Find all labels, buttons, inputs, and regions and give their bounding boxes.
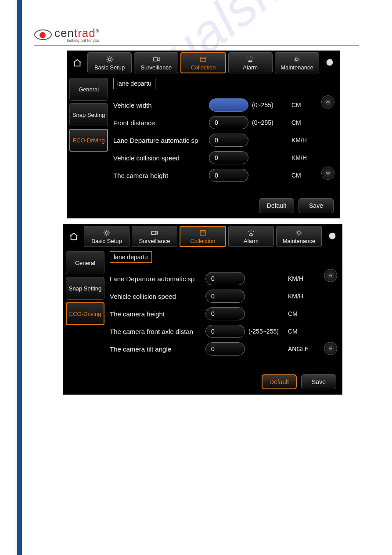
camera-icon: [152, 55, 161, 63]
sidebar-item-general[interactable]: General: [69, 78, 108, 101]
default-button[interactable]: Default: [259, 198, 294, 213]
svg-rect-2: [201, 57, 206, 62]
camera-front-axle-input[interactable]: 0: [205, 325, 245, 338]
svg-rect-4: [248, 61, 252, 62]
alarm-icon: [247, 229, 255, 237]
tab-basic-setup[interactable]: Basic Setup: [84, 226, 129, 247]
sidebar-item-label: Snap Setting: [69, 285, 101, 292]
camera-height-input[interactable]: 0: [209, 169, 248, 182]
sidebar-item-general[interactable]: General: [66, 251, 104, 274]
page-stripe: [17, 0, 22, 555]
home-button[interactable]: [69, 52, 85, 73]
tab-label: Surveillance: [139, 238, 170, 244]
home-icon: [72, 58, 83, 68]
tab-surveillance[interactable]: Surveillance: [134, 52, 178, 73]
main-panel: lane departu Lane Departure automatic sp…: [107, 249, 342, 373]
tab-alarm[interactable]: Alarm: [228, 226, 274, 247]
gear-icon: [102, 229, 111, 237]
save-button[interactable]: Save: [301, 374, 336, 389]
row-camera-height: The camera height 0 CM: [110, 305, 337, 323]
vehicle-collision-speed-input[interactable]: 0: [209, 151, 248, 164]
tab-surveillance[interactable]: Surveillance: [132, 226, 177, 247]
alarm-icon: [246, 55, 255, 63]
field-unit: CM: [291, 172, 313, 179]
tab-label: Maintenance: [283, 238, 315, 244]
row-front-distance: Front distance 0 (0~255) CM: [113, 114, 334, 131]
sidebar: General Snap Setting ECO-Driving: [63, 249, 107, 373]
field-unit: KM/H: [291, 154, 313, 161]
back-icon: [324, 58, 335, 68]
sidebar-item-snap-setting[interactable]: Snap Setting: [66, 277, 104, 300]
field-unit: ANGLE: [288, 345, 310, 352]
svg-point-5: [295, 58, 298, 61]
save-button[interactable]: Save: [298, 198, 334, 213]
gear-icon: [105, 55, 114, 63]
camera-height-input[interactable]: 0: [205, 307, 245, 320]
sidebar-item-label: ECO-Driving: [73, 137, 105, 144]
field-label: Front distance: [113, 119, 205, 127]
sidebar-item-snap-setting[interactable]: Snap Setting: [69, 103, 108, 126]
svg-point-7: [105, 232, 108, 234]
tab-maintenance[interactable]: Maintenance: [275, 52, 319, 73]
device-screenshot-1: Basic Setup Surveillance Collection Alar…: [67, 51, 340, 218]
field-unit: CM: [288, 328, 310, 335]
sidebar-item-eco-driving[interactable]: ECO-Driving: [69, 129, 108, 152]
row-lane-departure-speed: Lane Departure automatic sp 0 KM/H: [110, 270, 337, 287]
logo-pre: cen: [54, 26, 74, 40]
field-unit: KM/H: [291, 137, 313, 144]
camera-tilt-angle-input[interactable]: 0: [205, 342, 245, 355]
form-rows: Lane Departure automatic sp 0 KM/H Vehic…: [110, 270, 337, 358]
tab-label: Maintenance: [281, 64, 313, 71]
field-range: (-255~255): [248, 328, 284, 335]
subtab-lane-departure[interactable]: lane departu: [110, 251, 152, 263]
tab-collection[interactable]: Collection: [180, 52, 226, 73]
vehicle-width-input[interactable]: [209, 98, 248, 112]
collection-icon: [199, 55, 208, 63]
field-label: Lane Departure automatic sp: [113, 137, 205, 144]
field-unit: CM: [291, 119, 313, 126]
tab-basic-setup[interactable]: Basic Setup: [87, 52, 132, 73]
row-vehicle-width: Vehicle width (0~255) CM: [113, 96, 334, 114]
row-camera-height: The camera height 0 CM: [113, 167, 334, 184]
subtab-lane-departure[interactable]: lane departu: [113, 78, 155, 89]
logo-header: centrad® looking out for you: [34, 26, 359, 46]
vehicle-collision-speed-input[interactable]: 0: [205, 290, 245, 303]
field-label: Vehicle collision speed: [113, 154, 205, 162]
svg-point-0: [108, 58, 111, 61]
sidebar-item-eco-driving[interactable]: ECO-Driving: [66, 302, 104, 325]
tab-label: Collection: [190, 238, 215, 244]
row-camera-tilt-angle: The camera tilt angle 0 ANGLE: [110, 340, 337, 358]
field-label: Vehicle width: [113, 102, 205, 109]
front-distance-input[interactable]: 0: [209, 116, 248, 129]
sidebar: General Snap Setting ECO-Driving: [67, 75, 111, 196]
field-unit: KM/H: [288, 275, 310, 282]
back-button[interactable]: [321, 52, 337, 73]
tab-label: Basic Setup: [94, 64, 125, 71]
sidebar-item-label: General: [79, 86, 99, 93]
tab-alarm[interactable]: Alarm: [228, 52, 273, 73]
tab-maintenance[interactable]: Maintenance: [276, 226, 322, 247]
field-unit: KM/H: [288, 293, 310, 300]
home-button[interactable]: [66, 226, 82, 247]
lane-departure-speed-input[interactable]: 0: [209, 134, 248, 147]
lane-departure-speed-input[interactable]: 0: [205, 272, 245, 285]
device-screenshot-2: Basic Setup Surveillance Collection Alar…: [63, 224, 342, 395]
footer: Default Save: [67, 196, 340, 218]
back-button[interactable]: [324, 226, 340, 247]
field-range: (0~255): [252, 119, 288, 126]
field-label: Lane Departure automatic sp: [110, 275, 202, 283]
sidebar-item-label: Snap Setting: [72, 112, 105, 118]
field-range: (0~255): [252, 102, 288, 109]
sidebar-item-label: ECO-Driving: [69, 311, 101, 317]
tab-collection[interactable]: Collection: [180, 226, 226, 247]
form-rows: Vehicle width (0~255) CM Front distance …: [113, 96, 334, 184]
gear-icon: [295, 229, 303, 237]
main-panel: lane departu Vehicle width (0~255) CM Fr…: [111, 75, 340, 196]
default-button[interactable]: Default: [262, 374, 297, 389]
row-vehicle-collision-speed: Vehicle collision speed 0 KM/H: [113, 149, 334, 167]
logo-icon: [34, 29, 52, 40]
svg-rect-1: [153, 58, 158, 61]
tab-label: Alarm: [243, 64, 258, 71]
subtab-label: lane departu: [114, 254, 148, 261]
field-label: The camera front axle distan: [110, 328, 202, 335]
